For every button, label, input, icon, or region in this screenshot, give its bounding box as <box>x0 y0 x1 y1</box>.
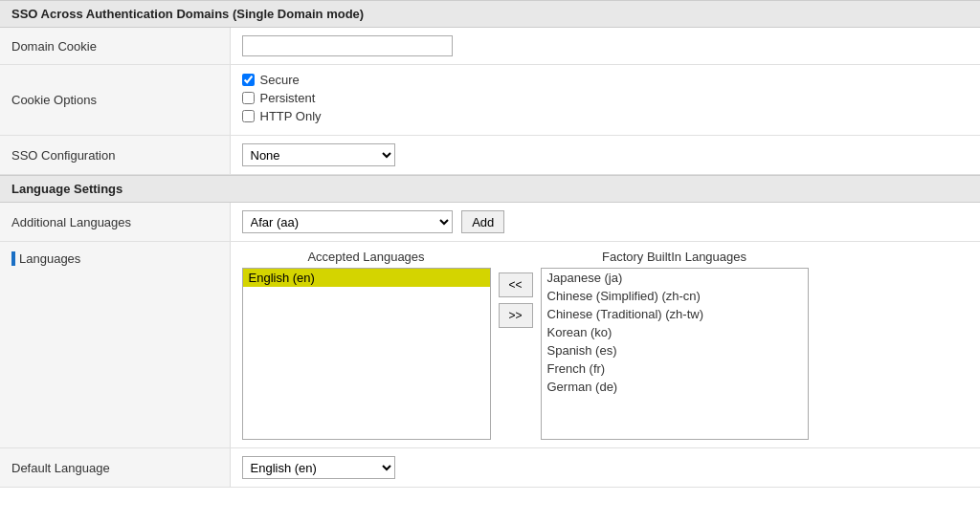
domain-cookie-input[interactable] <box>242 35 453 56</box>
accepted-languages-label: Accepted Languages <box>242 250 491 264</box>
persistent-label: Persistent <box>260 91 316 105</box>
list-item[interactable]: Spanish (es) <box>542 341 808 360</box>
list-item[interactable]: German (de) <box>542 378 808 396</box>
transfer-buttons: << >> <box>499 250 533 328</box>
additional-languages-row: Additional Languages Afar (aa) Add <box>0 203 980 242</box>
add-language-button[interactable]: Add <box>461 210 504 233</box>
accepted-languages-box: Accepted Languages English (en) <box>242 250 491 440</box>
list-item[interactable]: Korean (ko) <box>542 323 808 341</box>
list-item[interactable]: Chinese (Traditional) (zh-tw) <box>542 305 808 323</box>
language-form-table: Additional Languages Afar (aa) Add Langu… <box>0 203 980 488</box>
httponly-checkbox[interactable] <box>242 110 255 122</box>
languages-label: Languages <box>0 242 230 448</box>
language-section-title: Language Settings <box>11 182 122 196</box>
additional-languages-select[interactable]: Afar (aa) <box>242 210 453 233</box>
additional-languages-value-cell: Afar (aa) Add <box>230 203 980 242</box>
cookie-options-value-cell: Secure Persistent HTTP Only <box>230 65 980 136</box>
cookie-options-label: Cookie Options <box>0 65 230 136</box>
languages-value-cell: Accepted Languages English (en) << <box>230 242 980 448</box>
sso-config-label: SSO Configuration <box>0 136 230 175</box>
sso-form-table: Domain Cookie Cookie Options Secure <box>0 28 980 175</box>
sso-section: SSO Across Authentication Domains (Singl… <box>0 0 980 175</box>
list-item[interactable]: French (fr) <box>542 360 808 378</box>
additional-languages-label: Additional Languages <box>0 203 230 242</box>
factory-builtin-label: Factory BuiltIn Languages <box>541 250 809 264</box>
sso-config-value-cell: None <box>230 136 980 175</box>
default-language-row: Default Language English (en) <box>0 448 980 488</box>
persistent-checkbox-row: Persistent <box>242 91 969 105</box>
secure-label: Secure <box>260 73 300 87</box>
httponly-checkbox-row: HTTP Only <box>242 109 969 123</box>
list-item[interactable]: English (en) <box>243 269 490 287</box>
default-language-label: Default Language <box>0 448 230 488</box>
sso-config-row: SSO Configuration None <box>0 136 980 175</box>
language-section: Language Settings Additional Languages A… <box>0 175 980 488</box>
secure-checkbox-row: Secure <box>242 73 969 87</box>
languages-label-text: Languages <box>11 251 80 266</box>
default-language-select[interactable]: English (en) <box>242 456 395 479</box>
secure-checkbox[interactable] <box>242 74 255 86</box>
accepted-languages-inner: English (en) <box>243 269 490 287</box>
sso-section-header: SSO Across Authentication Domains (Singl… <box>0 0 980 28</box>
httponly-label: HTTP Only <box>260 109 322 123</box>
blue-bar <box>11 251 15 266</box>
cookie-options-row: Cookie Options Secure Persistent HTTP <box>0 65 980 136</box>
page-container: SSO Across Authentication Domains (Singl… <box>0 0 980 523</box>
list-item[interactable]: Chinese (Simplified) (zh-cn) <box>542 287 808 305</box>
sso-config-select[interactable]: None <box>242 143 395 166</box>
persistent-checkbox[interactable] <box>242 92 255 104</box>
languages-container: Accepted Languages English (en) << <box>242 250 969 440</box>
language-section-header: Language Settings <box>0 175 980 203</box>
transfer-left-button[interactable]: << <box>499 272 533 297</box>
domain-cookie-label: Domain Cookie <box>0 28 230 65</box>
accepted-languages-listbox[interactable]: English (en) <box>242 268 491 440</box>
languages-row: Languages Accepted Languages English (en… <box>0 242 980 448</box>
list-item[interactable]: Japanese (ja) <box>542 269 808 287</box>
sso-section-title: SSO Across Authentication Domains (Singl… <box>11 7 364 21</box>
factory-builtin-box: Factory BuiltIn Languages Japanese (ja) … <box>541 250 809 440</box>
default-language-value-cell: English (en) <box>230 448 980 488</box>
domain-cookie-row: Domain Cookie <box>0 28 980 65</box>
factory-builtin-inner: Japanese (ja) Chinese (Simplified) (zh-c… <box>542 269 808 396</box>
domain-cookie-value-cell <box>230 28 980 65</box>
factory-builtin-listbox[interactable]: Japanese (ja) Chinese (Simplified) (zh-c… <box>541 268 809 440</box>
transfer-right-button[interactable]: >> <box>499 303 533 328</box>
